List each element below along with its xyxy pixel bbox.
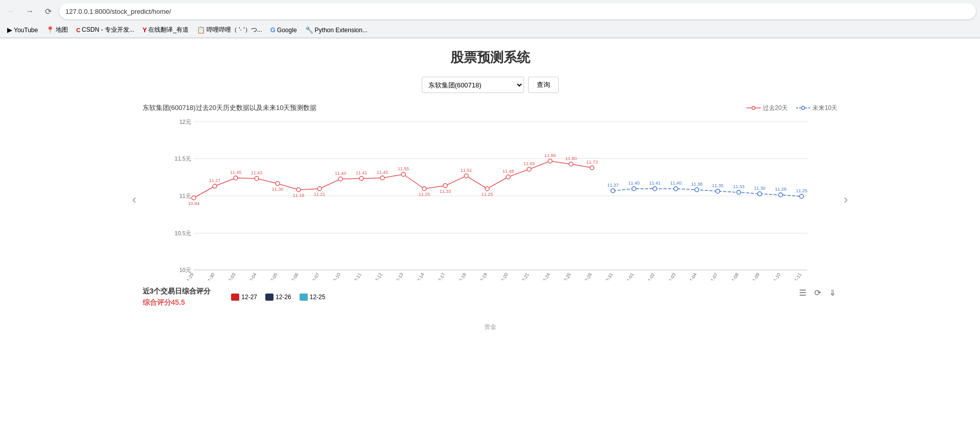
legend-blue-line-icon	[796, 104, 810, 111]
red-dot-9	[380, 176, 384, 180]
svg-text:2019-01-02: 2019-01-02	[640, 272, 656, 280]
youtube-icon: ▶	[7, 26, 12, 34]
stock-select[interactable]: 东软集团(600718)	[422, 77, 524, 93]
svg-text:2018-12-14: 2018-12-14	[409, 272, 425, 280]
svg-text:11.45: 11.45	[230, 170, 241, 175]
svg-text:11.43: 11.43	[250, 170, 262, 175]
blue-line-forecast	[613, 189, 802, 196]
svg-text:10.94: 10.94	[188, 201, 199, 206]
bookmark-youtube[interactable]: ▶ YouTube	[4, 25, 41, 35]
svg-text:2019-01-11: 2019-01-11	[786, 272, 803, 280]
google-icon: G	[270, 26, 276, 34]
svg-text:11.65: 11.65	[523, 161, 535, 166]
svg-text:2018-12-05: 2018-12-05	[262, 272, 279, 280]
chart-table-btn[interactable]: ☰	[797, 287, 808, 299]
back-button[interactable]: ←	[4, 4, 18, 18]
svg-text:2018-12-12: 2018-12-12	[367, 272, 383, 280]
svg-text:10元: 10元	[179, 267, 191, 273]
legend-past: 过去20天	[746, 104, 788, 113]
svg-text:2018-12-10: 2018-12-10	[325, 272, 341, 280]
svg-text:2019-01-03: 2019-01-03	[660, 272, 677, 280]
svg-text:11.35: 11.35	[712, 183, 723, 188]
red-dot-17	[548, 159, 552, 163]
bookmark-maps[interactable]: 📍 地图	[43, 25, 71, 35]
svg-text:11.48: 11.48	[502, 169, 514, 174]
red-dot-10	[401, 172, 405, 176]
page-content: 股票预测系统 东软集团(600718) 查询 东软集团(600718)过去20天…	[132, 38, 848, 342]
query-button[interactable]: 查询	[528, 77, 559, 93]
red-dot-12	[443, 184, 447, 188]
legend-future: 未来10天	[796, 104, 837, 113]
reload-button[interactable]: ⟳	[41, 4, 55, 18]
bottom-section: 近3个交易日综合评分 综合评分45.5 12-27 12-26 12-25	[143, 282, 838, 312]
blue-dot-1	[632, 187, 636, 191]
svg-text:2018-11-30: 2018-11-30	[199, 272, 216, 280]
chart-wrapper: ‹ › 12元 11.5元 11元 10.5元 10元	[143, 117, 838, 282]
svg-text:2018-12-19: 2018-12-19	[472, 272, 488, 280]
svg-text:2018-12-26: 2018-12-26	[577, 272, 593, 280]
svg-text:2018-12-17: 2018-12-17	[430, 272, 446, 280]
red-line-historical	[194, 161, 592, 198]
legend-red-line-icon	[746, 104, 761, 111]
blue-dot-8	[779, 193, 783, 197]
red-dot-6	[317, 187, 322, 191]
svg-text:2018-12-24: 2018-12-24	[535, 272, 551, 280]
blue-dot-5	[716, 189, 720, 193]
red-dot-3	[255, 176, 259, 181]
bookmark-youdao[interactable]: Y 在线翻译_有道	[140, 25, 192, 35]
svg-text:11.25: 11.25	[795, 188, 807, 193]
chart-header: 东软集团(600718)过去20天历史数据以及未来10天预测数据 过去20天 未…	[143, 103, 838, 113]
chart-download-btn[interactable]: ⇓	[827, 287, 838, 299]
red-dot-7	[338, 177, 343, 181]
red-dot-19	[590, 166, 594, 170]
svg-text:11.40: 11.40	[334, 171, 346, 176]
svg-text:11.38: 11.38	[691, 182, 702, 187]
legend-date-1226: 12-26	[265, 294, 291, 301]
date-color-1227	[231, 294, 239, 301]
footer-hint: 资金	[143, 323, 838, 331]
bookmark-csdn[interactable]: C CSDN - 专业开发...	[73, 25, 138, 35]
red-dot-15	[506, 175, 510, 179]
svg-text:10.5元: 10.5元	[174, 230, 191, 236]
svg-text:11.30: 11.30	[754, 186, 765, 191]
svg-text:11.30: 11.30	[271, 187, 283, 192]
svg-text:2018-12-20: 2018-12-20	[493, 272, 509, 280]
youdao-icon: Y	[143, 26, 147, 34]
bookmark-bilibili[interactable]: 📋 哔哩哔哩（ '· '）つ...	[194, 25, 265, 35]
score-value: 综合评分45.5	[143, 298, 211, 307]
svg-text:11.25: 11.25	[481, 192, 493, 197]
red-dot-0	[192, 196, 196, 200]
bilibili-icon: 📋	[197, 26, 205, 34]
svg-text:11.37: 11.37	[607, 183, 619, 188]
red-dot-2	[234, 176, 238, 180]
forward-button[interactable]: →	[22, 4, 37, 18]
svg-text:11.33: 11.33	[439, 189, 451, 194]
red-dot-8	[359, 176, 363, 181]
browser-toolbar: ← → ⟳	[0, 0, 980, 23]
svg-text:2018-12-03: 2018-12-03	[220, 272, 237, 280]
svg-text:11.33: 11.33	[733, 184, 744, 189]
red-dot-16	[527, 167, 531, 171]
bookmark-python-ext[interactable]: 🔧 Python Extension...	[302, 25, 371, 35]
chart-nav-right[interactable]: ›	[844, 192, 848, 207]
python-ext-icon: 🔧	[305, 26, 313, 34]
chart-section: 东软集团(600718)过去20天历史数据以及未来10天预测数据 过去20天 未…	[143, 103, 838, 312]
legend-date-1225: 12-25	[300, 294, 326, 301]
red-dot-18	[569, 162, 573, 166]
red-dot-1	[213, 184, 217, 188]
date-color-1226	[265, 294, 274, 301]
svg-text:2018-11-29: 2018-11-29	[178, 272, 195, 280]
svg-text:2019-01-10: 2019-01-10	[765, 272, 782, 280]
svg-text:2019-01-04: 2019-01-04	[681, 272, 698, 280]
maps-icon: 📍	[46, 26, 54, 34]
bookmark-google[interactable]: G Google	[267, 25, 300, 35]
svg-text:2018-12-18: 2018-12-18	[451, 272, 467, 280]
chart-nav-left[interactable]: ‹	[132, 192, 136, 207]
svg-text:11.45: 11.45	[376, 170, 388, 175]
chart-refresh-btn[interactable]: ⟳	[812, 287, 823, 299]
bookmarks-bar: ▶ YouTube 📍 地图 C CSDN - 专业开发... Y 在线翻译_有…	[0, 23, 980, 38]
address-bar[interactable]	[59, 3, 976, 19]
legend-dates: 12-27 12-26 12-25	[231, 294, 325, 301]
svg-point-3	[802, 106, 805, 109]
blue-dot-6	[737, 190, 741, 194]
